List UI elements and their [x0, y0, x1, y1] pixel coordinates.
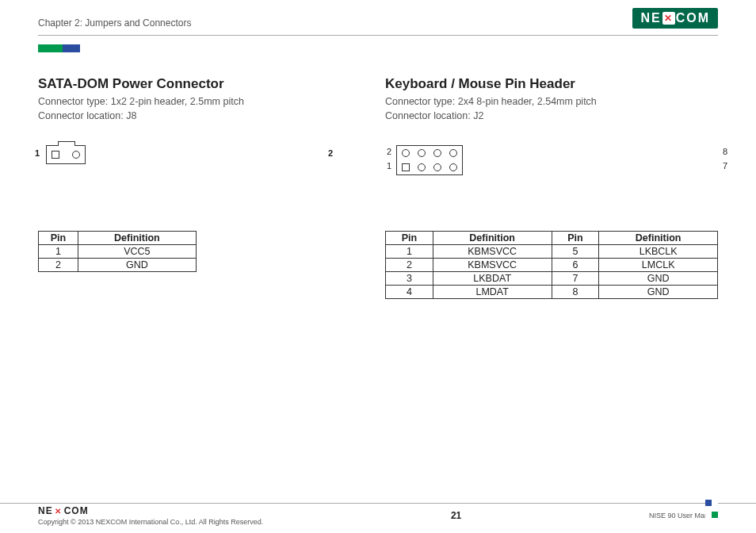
pin-2-circle-icon	[72, 151, 80, 159]
sata-dom-desc: Connector type: 1x2 2-pin header, 2.5mm …	[38, 95, 322, 123]
pin-1-square-icon	[52, 151, 59, 159]
footer-accent-squares-icon	[705, 497, 718, 520]
nexcom-logo-footer-icon: NE✕COM	[38, 505, 89, 516]
pin-1-square-icon	[402, 163, 410, 171]
pin-label-2: 2	[328, 148, 333, 158]
nexcom-logo-icon: NE✕COM	[632, 8, 718, 29]
pin-label-1: 1	[35, 148, 40, 158]
pin-label-1: 1	[387, 161, 391, 171]
page-number: 21	[451, 510, 461, 521]
right-column: Keyboard / Mouse Pin Header Connector ty…	[385, 76, 718, 299]
accent-bar-green	[38, 44, 63, 52]
page: Chapter 2: Jumpers and Connectors NE✕COM…	[0, 0, 756, 508]
content-columns: SATA-DOM Power Connector Connector type:…	[38, 76, 718, 299]
connector-1x2-icon: 1 2	[46, 145, 322, 164]
th-pin: Pin	[39, 232, 78, 245]
footer: NE✕COM Copyright © 2013 NEXCOM Internati…	[0, 503, 756, 533]
header-rule	[38, 35, 718, 36]
brand-logo-top: NE✕COM	[632, 8, 718, 29]
table-row: 2 GND	[39, 259, 197, 272]
table-row: 2 KBMSVCC 6 LMCLK	[386, 259, 718, 272]
pin-6-icon	[433, 149, 441, 157]
table-header-row: Pin Definition Pin Definition	[386, 232, 718, 245]
table-row: 1 VCC5	[39, 245, 197, 259]
kbm-diagram: 2 8 1 7	[385, 145, 718, 193]
pin-label-2: 2	[387, 147, 391, 156]
kbm-type: Connector type: 2x4 8-pin header, 2.54mm…	[385, 95, 718, 109]
pin-label-7: 7	[723, 161, 727, 171]
pin-label-8: 8	[723, 147, 727, 156]
table-row: 4 LMDAT 8 GND	[386, 286, 718, 299]
copyright-text: Copyright © 2013 NEXCOM International Co…	[38, 518, 263, 526]
kbm-loc: Connector location: J2	[385, 109, 718, 124]
left-column: SATA-DOM Power Connector Connector type:…	[38, 76, 322, 299]
pin-3-icon	[418, 163, 426, 171]
kbm-table: Pin Definition Pin Definition 1 KBMSVCC …	[385, 231, 718, 299]
pin-2-icon	[402, 149, 410, 157]
table-header-row: Pin Definition	[39, 232, 197, 245]
table-row: 1 KBMSVCC 5 LKBCLK	[386, 245, 718, 259]
kbm-desc: Connector type: 2x4 8-pin header, 2.54mm…	[385, 95, 718, 123]
table-row: 3 LKBDAT 7 GND	[386, 272, 718, 286]
connector-2x4-icon: 2 8 1 7	[396, 145, 718, 175]
th-def: Definition	[78, 232, 196, 245]
pin-7-icon	[449, 163, 457, 171]
sata-dom-loc: Connector location: J8	[38, 109, 322, 124]
footer-left: NE✕COM Copyright © 2013 NEXCOM Internati…	[38, 505, 263, 526]
pin-5-icon	[433, 163, 441, 171]
pin-8-icon	[449, 149, 457, 157]
kbm-title: Keyboard / Mouse Pin Header	[385, 76, 718, 92]
accent-bar-blue	[63, 44, 80, 52]
sata-dom-type: Connector type: 1x2 2-pin header, 2.5mm …	[38, 95, 322, 109]
chapter-title: Chapter 2: Jumpers and Connectors	[38, 17, 718, 29]
sata-dom-title: SATA-DOM Power Connector	[38, 76, 322, 92]
pin-4-icon	[418, 149, 426, 157]
sata-dom-table: Pin Definition 1 VCC5 2 GND	[38, 231, 197, 272]
sata-dom-diagram: 1 2	[38, 145, 322, 193]
